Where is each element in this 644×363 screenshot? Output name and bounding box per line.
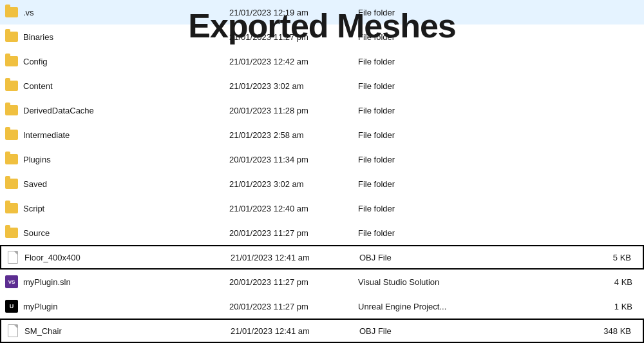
list-item[interactable]: Plugins 20/01/2023 11:34 pm File folder: [0, 147, 644, 172]
file-date: 21/01/2023 11:27 pm: [229, 32, 358, 42]
list-item[interactable]: Script 21/01/2023 12:40 am File folder: [0, 196, 644, 221]
file-name: myPlugin.sln: [23, 277, 229, 287]
file-name: Source: [23, 228, 229, 238]
file-type: Unreal Engine Project...: [358, 302, 587, 311]
list-item[interactable]: U myPlugin 20/01/2023 11:27 pm Unreal En…: [0, 294, 644, 319]
folder-icon: [5, 55, 18, 68]
file-type: File folder: [358, 81, 587, 91]
file-date: 21/01/2023 12:41 am: [231, 253, 359, 262]
file-list: .vs 21/01/2023 12:19 am File folder Bina…: [0, 0, 644, 363]
file-type: File folder: [358, 106, 587, 115]
list-item[interactable]: DerivedDataCache 20/01/2023 11:28 pm Fil…: [0, 98, 644, 123]
file-type: OBJ File: [359, 253, 586, 262]
folder-icon: [5, 153, 18, 166]
list-item[interactable]: Source 20/01/2023 11:27 pm File folder: [0, 221, 644, 245]
list-item[interactable]: Binaries 21/01/2023 11:27 pm File folder: [0, 25, 644, 49]
file-date: 20/01/2023 11:34 pm: [229, 155, 358, 164]
file-type: File folder: [358, 32, 587, 42]
file-date: 20/01/2023 11:28 pm: [229, 106, 358, 115]
file-date: 20/01/2023 11:27 pm: [229, 228, 358, 238]
unreal-engine-icon: U: [5, 300, 18, 313]
file-date: 21/01/2023 12:42 am: [229, 57, 358, 66]
file-size: 5 KB: [586, 253, 638, 262]
visual-studio-icon: VS: [5, 275, 18, 288]
list-item[interactable]: .vs 21/01/2023 12:19 am File folder: [0, 0, 644, 25]
list-item[interactable]: Config 21/01/2023 12:42 am File folder: [0, 49, 644, 74]
list-item[interactable]: Content 21/01/2023 3:02 am File folder: [0, 74, 644, 98]
file-name: Binaries: [23, 32, 229, 42]
folder-icon: [5, 128, 18, 141]
file-type: OBJ File: [359, 326, 586, 336]
file-size: 4 KB: [587, 277, 639, 287]
file-name: SM_Chair: [24, 326, 231, 336]
file-name: Config: [23, 57, 229, 66]
file-date: 21/01/2023 12:40 am: [229, 204, 358, 213]
folder-icon: [5, 177, 18, 190]
file-type: File folder: [358, 204, 587, 213]
file-type: File folder: [358, 8, 587, 17]
folder-icon: [5, 202, 18, 215]
list-item[interactable]: VS myPlugin.sln 20/01/2023 11:27 pm Visu…: [0, 270, 644, 294]
file-name: Plugins: [23, 155, 229, 164]
file-name: DerivedDataCache: [23, 106, 229, 115]
file-name: Floor_400x400: [24, 253, 231, 262]
file-date: 20/01/2023 11:27 pm: [229, 277, 358, 287]
file-name: myPlugin: [23, 302, 229, 311]
file-type: File folder: [358, 179, 587, 189]
file-name: Script: [23, 204, 229, 213]
obj-file-icon: [6, 251, 19, 264]
folder-icon: [5, 104, 18, 117]
file-date: 20/01/2023 11:27 pm: [229, 302, 358, 311]
file-date: 21/01/2023 12:41 am: [231, 326, 359, 336]
file-date: 21/01/2023 12:19 am: [229, 8, 358, 17]
file-date: 21/01/2023 2:58 am: [229, 130, 358, 140]
file-type: File folder: [358, 130, 587, 140]
folder-icon: [5, 30, 18, 43]
folder-icon: [5, 226, 18, 239]
file-date: 21/01/2023 3:02 am: [229, 179, 358, 189]
file-name: Saved: [23, 179, 229, 189]
list-item[interactable]: Intermediate 21/01/2023 2:58 am File fol…: [0, 123, 644, 147]
file-type: File folder: [358, 228, 587, 238]
file-name: Intermediate: [23, 130, 229, 140]
list-item[interactable]: SM_Chair 21/01/2023 12:41 am OBJ File 34…: [0, 319, 644, 343]
folder-icon: [5, 6, 18, 19]
file-size: 348 KB: [586, 326, 638, 336]
file-date: 21/01/2023 3:02 am: [229, 81, 358, 91]
file-name: Content: [23, 81, 229, 91]
list-item[interactable]: Floor_400x400 21/01/2023 12:41 am OBJ Fi…: [0, 245, 644, 270]
file-name: .vs: [23, 8, 229, 17]
file-size: 1 KB: [587, 302, 639, 311]
file-type: Visual Studio Solution: [358, 277, 587, 287]
obj-file-icon: [6, 324, 19, 337]
file-type: File folder: [358, 57, 587, 66]
list-item[interactable]: Saved 21/01/2023 3:02 am File folder: [0, 172, 644, 196]
folder-icon: [5, 79, 18, 92]
file-type: File folder: [358, 155, 587, 164]
